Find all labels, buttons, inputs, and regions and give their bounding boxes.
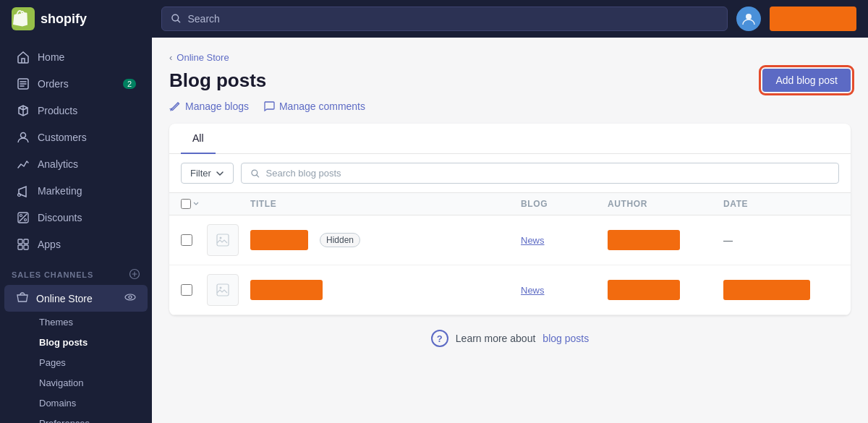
edit-icon: [169, 101, 181, 112]
page-title: Blog posts: [169, 69, 266, 92]
pages-label: Pages: [39, 357, 66, 368]
table-header: Title Blog Author Date: [169, 193, 851, 215]
row1-blog-cell: News: [521, 234, 608, 247]
row1-thumbnail: [207, 224, 239, 256]
filter-label: Filter: [190, 168, 211, 179]
svg-point-4: [21, 133, 26, 138]
search-input[interactable]: [188, 13, 719, 25]
search-icon: [171, 13, 182, 25]
sidebar-item-customers-label: Customers: [38, 132, 87, 143]
main-content: ‹ Online Store Blog posts Add blog post …: [152, 38, 868, 423]
page-header: Blog posts Add blog post: [169, 69, 851, 92]
sidebar-item-home[interactable]: Home: [4, 44, 148, 70]
row1-author-block: [608, 230, 680, 250]
comment-icon: [263, 101, 275, 112]
row2-thumbnail: [207, 274, 239, 306]
preferences-label: Preferences: [39, 418, 90, 423]
customers-icon: [16, 130, 30, 145]
svg-point-2: [746, 14, 752, 20]
manage-comments-label: Manage comments: [279, 101, 365, 112]
svg-point-22: [220, 237, 222, 239]
sidebar-item-analytics[interactable]: Analytics: [4, 151, 148, 177]
blog-posts-learn-more-link[interactable]: blog posts: [542, 333, 589, 344]
svg-point-15: [129, 296, 132, 299]
sidebar-subitem-preferences[interactable]: Preferences: [4, 414, 148, 423]
svg-rect-12: [24, 245, 28, 249]
top-navigation: shopify: [0, 0, 868, 38]
blog-posts-search[interactable]: [241, 163, 839, 184]
table-row-2: News: [169, 265, 851, 315]
sidebar-subitem-domains[interactable]: Domains: [4, 393, 148, 413]
row2-title-cell: [250, 280, 521, 300]
sidebar-item-customers[interactable]: Customers: [4, 124, 148, 150]
svg-rect-23: [217, 284, 229, 296]
help-circle-icon[interactable]: ?: [431, 330, 448, 347]
sidebar-subitem-themes[interactable]: Themes: [4, 312, 148, 332]
learn-more-text: Learn more about: [456, 333, 536, 344]
svg-rect-9: [18, 239, 22, 244]
orders-badge: 2: [123, 79, 136, 89]
eye-icon[interactable]: [124, 291, 136, 305]
add-sales-channel-icon[interactable]: [129, 268, 140, 281]
sidebar-item-apps-label: Apps: [38, 239, 61, 250]
manage-comments-link[interactable]: Manage comments: [263, 101, 365, 112]
search-blog-posts-input[interactable]: [266, 168, 830, 179]
tab-all[interactable]: All: [181, 124, 216, 154]
sidebar-subitem-navigation[interactable]: Navigation: [4, 373, 148, 393]
th-date: Date: [723, 199, 839, 209]
manage-blogs-link[interactable]: Manage blogs: [169, 101, 249, 112]
avatar[interactable]: [736, 7, 761, 31]
sidebar-item-home-label: Home: [38, 51, 64, 63]
sidebar-item-products[interactable]: Products: [4, 98, 148, 124]
sidebar-item-online-store[interactable]: Online Store: [4, 285, 148, 312]
chevron-dropdown-icon[interactable]: [192, 200, 200, 208]
logo-text: shopify: [41, 12, 87, 27]
add-blog-post-button[interactable]: Add blog post: [762, 69, 851, 92]
sidebar-item-discounts[interactable]: Discounts: [4, 205, 148, 231]
row2-title-block[interactable]: [250, 280, 323, 300]
sidebar-item-analytics-label: Analytics: [38, 158, 78, 170]
row2-checkbox[interactable]: [181, 284, 192, 296]
row2-date-block: [723, 280, 810, 300]
row1-date-cell: —: [723, 235, 839, 246]
filter-button[interactable]: Filter: [181, 163, 234, 184]
row1-checkbox[interactable]: [181, 234, 192, 246]
row1-hidden-badge: Hidden: [320, 233, 360, 247]
row1-author-cell: [608, 230, 723, 250]
breadcrumb: ‹ Online Store: [169, 52, 851, 63]
row2-blog-link[interactable]: News: [521, 285, 545, 296]
nav-orange-button[interactable]: [770, 7, 856, 31]
shopify-logo-icon: [12, 7, 35, 30]
th-blog: Blog: [521, 199, 608, 209]
sidebar-item-marketing[interactable]: Marketing: [4, 178, 148, 204]
sales-channels-header: SALES CHANNELS: [0, 258, 152, 284]
th-author: Author: [608, 199, 723, 209]
row2-date-cell: [723, 280, 839, 300]
home-icon: [16, 50, 30, 64]
sidebar-item-marketing-label: Marketing: [38, 185, 82, 197]
blog-posts-label: Blog posts: [39, 337, 88, 348]
row2-blog-cell: News: [521, 283, 608, 296]
sidebar-item-orders[interactable]: Orders 2: [4, 71, 148, 97]
sidebar-subitem-pages[interactable]: Pages: [4, 353, 148, 372]
sidebar-subitem-blog-posts[interactable]: Blog posts: [4, 333, 148, 352]
th-checkbox: [181, 199, 207, 209]
select-all-checkbox[interactable]: [181, 199, 191, 209]
row1-blog-link[interactable]: News: [521, 235, 545, 246]
logo-area: shopify: [12, 7, 153, 30]
products-icon: [16, 103, 30, 118]
row1-title-block[interactable]: [250, 230, 308, 250]
svg-point-7: [25, 219, 27, 221]
row2-author-block: [608, 280, 680, 300]
th-image: [207, 199, 250, 209]
sidebar-item-apps[interactable]: Apps: [4, 231, 148, 257]
learn-more-section: ? Learn more about blog posts: [169, 315, 851, 362]
nav-right: [736, 7, 856, 31]
breadcrumb-parent-link[interactable]: Online Store: [176, 52, 229, 63]
search-small-icon: [250, 168, 260, 179]
svg-point-24: [220, 287, 222, 289]
user-icon: [742, 12, 755, 25]
themes-label: Themes: [39, 317, 73, 328]
analytics-icon: [16, 157, 30, 171]
global-search-bar[interactable]: [161, 7, 728, 31]
